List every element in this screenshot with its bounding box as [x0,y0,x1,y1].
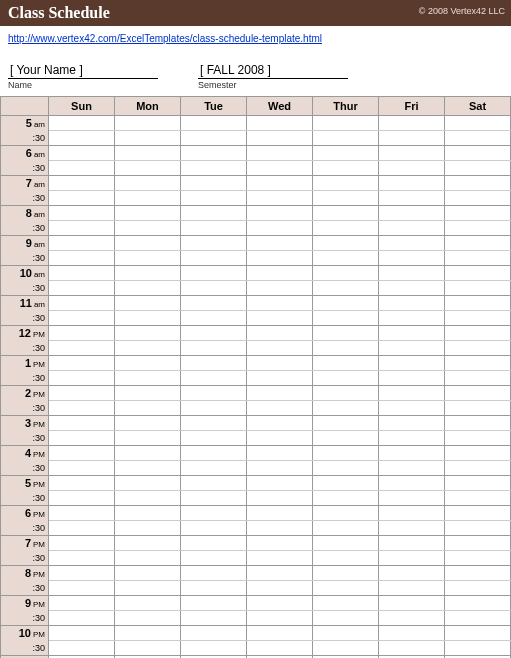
half-hour-label: :30 [1,581,49,596]
half-hour-row: :30 [1,341,511,356]
schedule-cell [49,551,115,566]
schedule-cell [247,506,313,521]
schedule-cell [49,626,115,641]
schedule-cell [379,326,445,341]
half-hour-label: :30 [1,611,49,626]
schedule-cell [181,341,247,356]
schedule-cell [49,341,115,356]
schedule-cell [247,476,313,491]
schedule-cell [181,596,247,611]
schedule-cell [115,581,181,596]
day-header: Tue [181,97,247,116]
schedule-table: Sun Mon Tue Wed Thur Fri Sat 5am:306am:3… [0,96,511,658]
hour-label: 6am [1,146,49,161]
schedule-cell [379,131,445,146]
schedule-cell [247,251,313,266]
schedule-cell [49,251,115,266]
schedule-cell [115,281,181,296]
schedule-cell [379,191,445,206]
schedule-cell [445,611,511,626]
schedule-cell [445,626,511,641]
schedule-cell [379,416,445,431]
schedule-cell [445,491,511,506]
schedule-cell [181,476,247,491]
hour-row: 11am [1,296,511,311]
schedule-cell [379,446,445,461]
semester-value: [ FALL 2008 ] [198,63,348,79]
schedule-cell [445,221,511,236]
half-hour-label: :30 [1,311,49,326]
schedule-cell [379,506,445,521]
schedule-cell [379,146,445,161]
header-row: Sun Mon Tue Wed Thur Fri Sat [1,97,511,116]
hour-label: 10am [1,266,49,281]
half-hour-label: :30 [1,461,49,476]
schedule-cell [247,191,313,206]
schedule-cell [313,461,379,476]
hour-row: 7am [1,176,511,191]
hour-row: 7PM [1,536,511,551]
schedule-cell [181,431,247,446]
schedule-cell [379,566,445,581]
schedule-cell [445,296,511,311]
schedule-cell [181,401,247,416]
schedule-cell [247,176,313,191]
hour-label: 10PM [1,626,49,641]
half-hour-row: :30 [1,611,511,626]
schedule-cell [379,401,445,416]
schedule-cell [313,626,379,641]
schedule-cell [313,296,379,311]
schedule-cell [247,116,313,131]
schedule-cell [247,431,313,446]
schedule-cell [445,311,511,326]
schedule-cell [49,176,115,191]
hour-label: 6PM [1,506,49,521]
schedule-cell [115,536,181,551]
schedule-cell [49,311,115,326]
half-hour-label: :30 [1,251,49,266]
schedule-cell [379,251,445,266]
schedule-cell [313,641,379,656]
schedule-cell [247,161,313,176]
schedule-cell [247,536,313,551]
schedule-cell [181,146,247,161]
header-bar: Class Schedule © 2008 Vertex42 LLC [0,0,511,26]
schedule-cell [181,641,247,656]
schedule-cell [49,191,115,206]
schedule-cell [49,116,115,131]
schedule-cell [379,356,445,371]
hour-row: 6am [1,146,511,161]
semester-label: Semester [198,80,348,90]
hour-label: 11am [1,296,49,311]
schedule-cell [115,386,181,401]
schedule-cell [49,236,115,251]
schedule-cell [445,416,511,431]
copyright-text: © 2008 Vertex42 LLC [419,6,505,16]
schedule-cell [247,641,313,656]
template-link[interactable]: http://www.vertex42.com/ExcelTemplates/c… [8,33,322,44]
hour-row: 5am [1,116,511,131]
schedule-cell [247,281,313,296]
schedule-cell [247,341,313,356]
schedule-cell [313,326,379,341]
name-block: [ Your Name ] Name [8,60,158,90]
day-header: Sun [49,97,115,116]
schedule-cell [247,386,313,401]
schedule-cell [313,431,379,446]
schedule-cell [181,206,247,221]
schedule-cell [313,386,379,401]
schedule-cell [313,536,379,551]
schedule-cell [181,176,247,191]
schedule-cell [247,566,313,581]
schedule-cell [247,146,313,161]
schedule-cell [181,566,247,581]
schedule-cell [313,341,379,356]
schedule-cell [49,131,115,146]
schedule-cell [313,281,379,296]
schedule-cell [49,446,115,461]
schedule-cell [181,491,247,506]
schedule-cell [379,536,445,551]
hour-label: 3PM [1,416,49,431]
schedule-cell [313,131,379,146]
hour-row: 4PM [1,446,511,461]
